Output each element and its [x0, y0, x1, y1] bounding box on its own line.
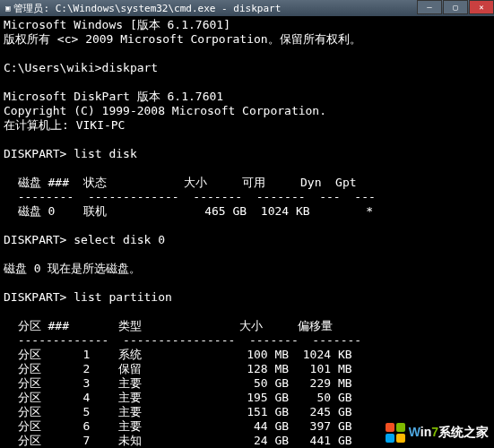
out-line: Microsoft DiskPart 版本 6.1.7601 [4, 90, 223, 103]
watermark-text: Win7系统之家 [409, 425, 489, 441]
watermark: Win7系统之家 [386, 423, 489, 443]
table-row: 磁盘 0 联机 465 GB 1024 KB * [4, 204, 373, 218]
prompt-line: DISKPART> select disk 0 [4, 233, 165, 246]
out-line: Microsoft Windows [版本 6.1.7601] [4, 18, 230, 31]
table-row: 分区 7 未知 24 GB 441 GB [4, 434, 352, 447]
maximize-button[interactable]: ▢ [443, 0, 468, 14]
disk-divider: -------- ------------- ------- ------- -… [4, 190, 376, 203]
table-row: 分区 4 主要 195 GB 50 GB [4, 391, 352, 404]
terminal-output[interactable]: Microsoft Windows [版本 6.1.7601] 版权所有 <c>… [0, 16, 494, 448]
table-row: 分区 3 主要 50 GB 229 MB [4, 376, 352, 390]
prompt-line: DISKPART> list disk [4, 147, 137, 160]
disk-header: 磁盘 ### 状态 大小 可用 Dyn Gpt [4, 176, 357, 189]
table-row: 分区 1 系统 100 MB 1024 KB [4, 348, 352, 361]
cmd-icon: ▣ [5, 4, 10, 13]
minimize-button[interactable]: — [417, 0, 442, 14]
windows-flag-icon [386, 423, 405, 443]
partition-divider: ------------- ---------------- ------- -… [4, 333, 361, 347]
out-line: 在计算机上: VIKI-PC [4, 118, 125, 132]
status-line: 磁盘 0 现在是所选磁盘。 [4, 262, 141, 275]
out-line: Copyright (C) 1999-2008 Microsoft Corpor… [4, 104, 326, 117]
table-row: 分区 5 主要 151 GB 245 GB [4, 405, 352, 418]
partition-header: 分区 ### 类型 大小 偏移量 [4, 319, 333, 332]
prompt-line: C:\Users\wiki>diskpart [4, 61, 158, 74]
close-button[interactable]: ✕ [469, 0, 494, 14]
out-line: 版权所有 <c> 2009 Microsoft Corporation。保留所有… [4, 32, 361, 46]
window-controls: — ▢ ✕ [416, 0, 494, 16]
table-row: 分区 6 主要 44 GB 397 GB [4, 419, 352, 433]
table-row: 分区 2 保留 128 MB 101 MB [4, 362, 352, 375]
window-title: 管理员: C:\Windows\system32\cmd.exe - diskp… [13, 2, 281, 15]
prompt-line: DISKPART> list partition [4, 290, 172, 304]
